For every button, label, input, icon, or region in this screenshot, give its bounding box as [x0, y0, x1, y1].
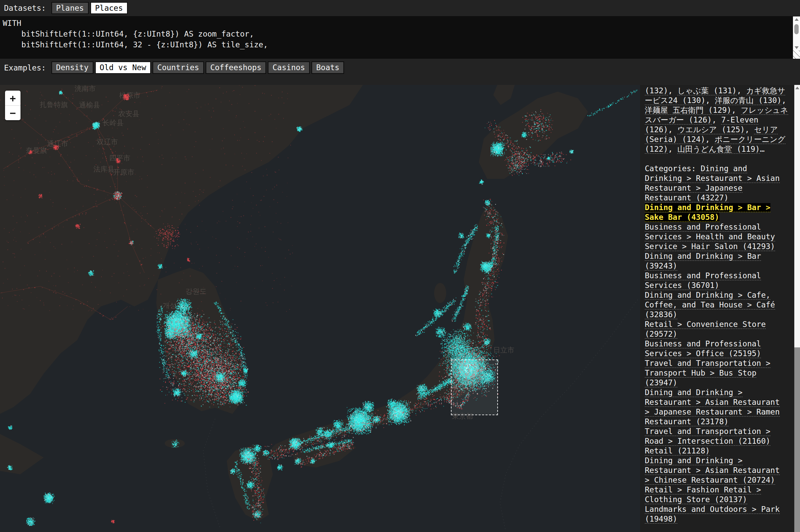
- category-link[interactable]: Dining and Drinking > Restaurant > Asian…: [645, 388, 780, 426]
- zoom-out-button[interactable]: −: [5, 106, 20, 120]
- category-link[interactable]: Travel and Transportation > Road > Inter…: [645, 427, 770, 446]
- zoom-in-button[interactable]: +: [5, 91, 20, 106]
- category-link[interactable]: Retail > Convenience Store (29572): [645, 320, 766, 339]
- brand-link[interactable]: 洋服の青山 (130): [715, 96, 782, 105]
- category-link[interactable]: Retail > Fashion Retail > Clothing Store…: [645, 485, 761, 504]
- scroll-up-icon[interactable]: [795, 87, 799, 89]
- category-link[interactable]: Business and Professional Services (3670…: [645, 271, 761, 290]
- category-link[interactable]: Dining and Drinking > Bar (39243): [645, 252, 761, 270]
- dataset-button-planes[interactable]: Planes: [51, 2, 89, 15]
- examples-label: Examples:: [4, 63, 46, 72]
- category-link[interactable]: Business and Professional Services > Hea…: [645, 223, 775, 251]
- category-link[interactable]: Retail (21128): [645, 446, 710, 455]
- example-button-casinos[interactable]: Casinos: [268, 61, 310, 74]
- brand-link[interactable]: 山田うどん食堂 (119): [677, 145, 760, 154]
- category-link-selected[interactable]: Dining and Drinking > Bar > Sake Bar (43…: [645, 203, 770, 222]
- sql-scrollbar-thumb[interactable]: [794, 24, 799, 34]
- example-button-old-vs-new[interactable]: Old vs New: [95, 61, 151, 74]
- map[interactable]: + −: [0, 85, 640, 532]
- textarea-resize-grip-icon[interactable]: [793, 50, 800, 59]
- scroll-down-icon[interactable]: [793, 46, 800, 49]
- sql-editor[interactable]: WITH bitShiftLeft(1::UInt64, {z:UInt8}) …: [0, 16, 800, 59]
- brand-link[interactable]: ウエルシア (125): [677, 125, 745, 134]
- sidebar-scrollbar-thumb[interactable]: [794, 347, 800, 532]
- brands-list: (132), しゃぶ葉 (131), カギ救急サービス24 (130), 洋服の…: [645, 86, 789, 154]
- datasets-label: Datasets:: [4, 4, 46, 13]
- category-link[interactable]: Dining and Drinking > Restaurant > Asian…: [645, 456, 780, 485]
- category-link[interactable]: Landmarks and Outdoors > Park (19498): [645, 505, 780, 524]
- category-link[interactable]: Business and Professional Services > Off…: [645, 339, 761, 358]
- status-bar: Processed 4.04 million rows, 42.32 MiB: [0, 77, 800, 85]
- results-sidebar: (132), しゃぶ葉 (131), カギ救急サービス24 (130), 洋服の…: [640, 85, 794, 532]
- sidebar-scrollbar[interactable]: [794, 85, 800, 532]
- example-button-coffeeshops[interactable]: Coffeeshops: [206, 61, 266, 74]
- example-button-density[interactable]: Density: [51, 61, 93, 74]
- scroll-up-icon[interactable]: [795, 18, 799, 21]
- selection-rectangle[interactable]: [451, 360, 498, 415]
- brand-link[interactable]: 洋麺屋 五右衛門 (129): [645, 106, 731, 115]
- categories-label: Categories:: [645, 164, 701, 173]
- map-zoom-control: + −: [5, 91, 20, 120]
- sql-editor-scrollbar[interactable]: [793, 16, 800, 50]
- datasets-bar: Datasets: Planes Places: [0, 0, 800, 16]
- examples-bar: Examples: Density Old vs New Countries C…: [0, 59, 800, 77]
- categories-list: Categories: Dining and Drinking > Restau…: [645, 164, 789, 524]
- brand-link[interactable]: しゃぶ葉 (131): [677, 86, 737, 95]
- example-button-countries[interactable]: Countries: [152, 61, 204, 74]
- category-link[interactable]: Dining and Drinking > Cafe, Coffee, and …: [645, 291, 775, 319]
- brand-link[interactable]: (132): [645, 86, 668, 95]
- example-button-boats[interactable]: Boats: [311, 61, 344, 74]
- dataset-button-places[interactable]: Places: [90, 2, 128, 15]
- category-link[interactable]: Travel and Transportation > Transport Hu…: [645, 359, 770, 387]
- map-canvas[interactable]: [0, 85, 640, 532]
- sql-code[interactable]: WITH bitShiftLeft(1::UInt64, {z:UInt8}) …: [0, 16, 800, 50]
